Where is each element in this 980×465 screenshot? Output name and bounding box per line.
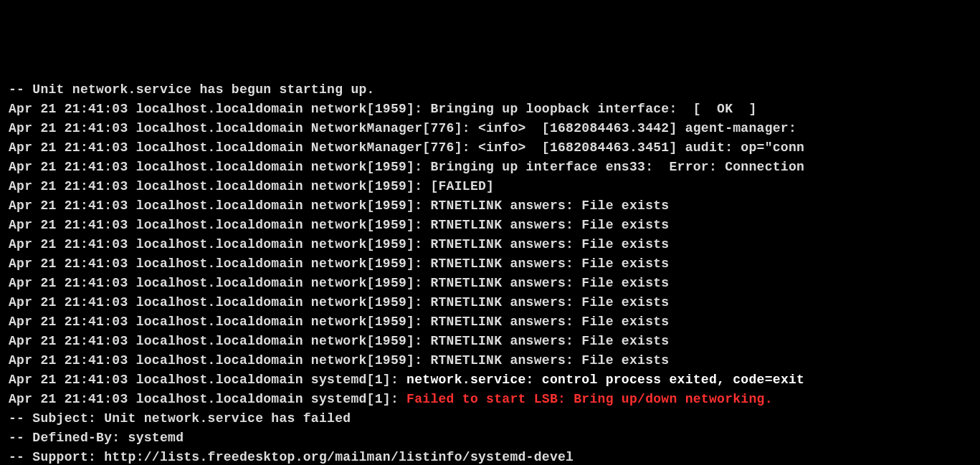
log-segment: Apr 21 21:41:03 localhost.localdomain ne… <box>9 276 669 290</box>
log-line: Apr 21 21:41:03 localhost.localdomain ne… <box>9 312 971 332</box>
log-segment: Apr 21 21:41:03 localhost.localdomain ne… <box>9 334 669 348</box>
log-line: Apr 21 21:41:03 localhost.localdomain ne… <box>9 293 971 312</box>
log-line: Apr 21 21:41:03 localhost.localdomain ne… <box>9 158 971 177</box>
log-line: Apr 21 21:41:03 localhost.localdomain ne… <box>9 351 971 370</box>
log-segment: Apr 21 21:41:03 localhost.localdomain ne… <box>9 160 804 174</box>
log-segment: Apr 21 21:41:03 localhost.localdomain ne… <box>9 179 494 193</box>
log-line: Apr 21 21:41:03 localhost.localdomain ne… <box>9 332 971 351</box>
log-line: Apr 21 21:41:03 localhost.localdomain ne… <box>9 196 971 216</box>
log-segment: -- Subject: Unit network.service has fai… <box>9 411 351 426</box>
log-segment: Apr 21 21:41:03 localhost.localdomain ne… <box>9 218 669 232</box>
log-line: Apr 21 21:41:03 localhost.localdomain sy… <box>9 370 971 390</box>
log-line: Apr 21 21:41:03 localhost.localdomain sy… <box>9 390 971 409</box>
log-segment: Apr 21 21:41:03 localhost.localdomain ne… <box>9 353 669 368</box>
log-segment: Apr 21 21:41:03 localhost.localdomain Ne… <box>9 121 796 135</box>
log-line: -- Subject: Unit network.service has fai… <box>9 409 971 428</box>
log-segment: Apr 21 21:41:03 localhost.localdomain ne… <box>9 237 669 251</box>
log-line: Apr 21 21:41:03 localhost.localdomain ne… <box>9 254 971 274</box>
log-segment: Apr 21 21:41:03 localhost.localdomain ne… <box>9 315 669 329</box>
log-line: -- Support: http://lists.freedesktop.org… <box>9 448 971 465</box>
log-line: Apr 21 21:41:03 localhost.localdomain Ne… <box>9 138 971 158</box>
log-segment: -- Defined-By: systemd <box>9 431 184 445</box>
log-segment: Apr 21 21:41:03 localhost.localdomain ne… <box>9 102 757 116</box>
log-segment: network.service: control process exited,… <box>406 373 804 387</box>
log-line: Apr 21 21:41:03 localhost.localdomain ne… <box>9 235 971 254</box>
log-line: -- Defined-By: systemd <box>9 428 971 448</box>
log-segment: -- Support: http://lists.freedesktop.org… <box>9 450 574 464</box>
log-line: Apr 21 21:41:03 localhost.localdomain ne… <box>9 274 971 293</box>
log-segment: Apr 21 21:41:03 localhost.localdomain sy… <box>9 392 406 406</box>
log-segment: Apr 21 21:41:03 localhost.localdomain ne… <box>9 198 669 213</box>
log-segment: Failed to start LSB: Bring up/down netwo… <box>406 392 773 406</box>
log-segment: Apr 21 21:41:03 localhost.localdomain ne… <box>9 295 669 310</box>
log-segment: Apr 21 21:41:03 localhost.localdomain sy… <box>9 373 406 387</box>
log-line: -- Unit network.service has begun starti… <box>9 80 971 100</box>
log-segment: -- Unit network.service has begun starti… <box>9 82 375 97</box>
log-segment: Apr 21 21:41:03 localhost.localdomain ne… <box>9 257 669 271</box>
terminal-output: -- Unit network.service has begun starti… <box>9 80 971 465</box>
log-line: Apr 21 21:41:03 localhost.localdomain Ne… <box>9 119 971 138</box>
log-line: Apr 21 21:41:03 localhost.localdomain ne… <box>9 177 971 196</box>
log-segment: Apr 21 21:41:03 localhost.localdomain Ne… <box>9 140 804 155</box>
log-line: Apr 21 21:41:03 localhost.localdomain ne… <box>9 100 971 119</box>
log-line: Apr 21 21:41:03 localhost.localdomain ne… <box>9 216 971 235</box>
